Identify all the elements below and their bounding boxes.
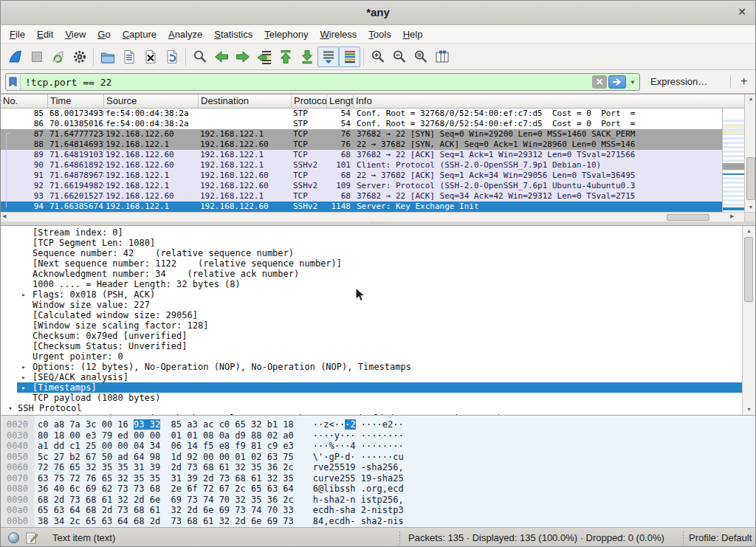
intelligent-scrollbar-minimap[interactable] <box>722 109 744 212</box>
column-header-no[interactable]: No. <box>1 94 48 108</box>
detail-line[interactable]: [Stream index: 0] <box>1 227 743 238</box>
detail-line[interactable]: 1000 .... = Header Length: 32 bytes (8) <box>1 279 743 289</box>
menu-go[interactable]: Go <box>92 27 116 42</box>
hex-row-00a0[interactable]: 00a065 63 64 68 2d 73 68 61 32 2d 6e 69 … <box>1 505 755 516</box>
filter-clear-button[interactable]: ✕ <box>592 75 607 89</box>
hex-row-0050[interactable]: 00505c 27 b2 67 50 ad 64 98 1d 92 00 00 … <box>1 452 755 463</box>
scroll-down-arrow-icon[interactable]: ▼ <box>745 203 756 212</box>
detail-line[interactable]: ▸Options: (12 bytes), No-Operation (NOP)… <box>1 362 743 372</box>
packet-row-88[interactable]: 8871.648146932192.168.122.1192.168.122.6… <box>1 140 722 150</box>
packet-row-90[interactable]: 9071.648618924192.168.122.60192.168.122.… <box>1 160 722 171</box>
packet-row-92[interactable]: 9271.661949820192.168.122.1192.168.122.6… <box>1 181 722 191</box>
resize-columns-button[interactable] <box>431 47 453 67</box>
column-header-protocol[interactable]: Protocol <box>292 94 327 108</box>
capture-options-button[interactable] <box>69 47 90 67</box>
zoom-in-button[interactable] <box>367 47 388 67</box>
close-button[interactable]: ✕ <box>738 6 746 18</box>
menu-telephony[interactable]: Telephony <box>258 27 314 42</box>
column-header-destination[interactable]: Destination <box>199 94 292 108</box>
close-capture-file-button[interactable] <box>140 47 161 67</box>
detail-line[interactable]: [Window size scaling factor: 128] <box>1 320 743 331</box>
column-header-info[interactable]: Info <box>354 94 755 108</box>
column-header-time[interactable]: Time <box>48 94 104 108</box>
expert-info-icon[interactable] <box>8 532 19 543</box>
column-header-source[interactable]: Source <box>104 94 199 108</box>
detail-line[interactable]: Urgent pointer: 0 <box>1 351 743 362</box>
auto-scroll-toggle-button[interactable] <box>317 47 339 67</box>
open-capture-file-button[interactable] <box>97 47 118 67</box>
column-header-length[interactable]: Length <box>327 94 354 108</box>
capture-comment-icon[interactable] <box>26 531 38 546</box>
hex-row-0070[interactable]: 007063 75 72 76 65 32 35 35 31 39 2d 73 … <box>1 473 755 484</box>
detail-line[interactable]: Sequence number: 42 (relative sequence n… <box>1 248 743 258</box>
detail-line[interactable]: [Next sequence number: 1122 (relative se… <box>1 258 743 269</box>
detail-line[interactable]: [Calculated window size: 29056] <box>1 310 743 320</box>
scroll-up-arrow-icon[interactable]: ▲ <box>745 94 756 103</box>
find-packet-button[interactable] <box>189 47 210 67</box>
save-capture-file-button[interactable] <box>118 47 140 67</box>
filter-dropdown-caret[interactable]: ▼ <box>628 79 638 86</box>
menu-analyze[interactable]: Analyze <box>162 27 208 42</box>
detail-line[interactable]: ▸[SEQ/ACK analysis] <box>1 372 743 382</box>
menu-file[interactable]: File <box>4 27 31 42</box>
packet-row-89[interactable]: 8971.648191037192.168.122.60192.168.122.… <box>1 150 722 160</box>
scrollbar-thumb[interactable] <box>746 157 755 200</box>
hex-row-0030[interactable]: 003080 18 00 e3 79 ed 00 00 01 01 08 0a … <box>1 430 755 441</box>
hex-row-0090[interactable]: 009068 2d 73 68 61 32 2d 6e 69 73 74 70 … <box>1 495 755 506</box>
scroll-right-arrow-icon[interactable]: ▶ <box>730 213 734 219</box>
stop-capture-button[interactable] <box>26 47 47 67</box>
detail-line[interactable]: Window size value: 227 <box>1 300 743 310</box>
menu-statistics[interactable]: Statistics <box>208 27 258 42</box>
scrollbar-thumb[interactable] <box>667 214 709 221</box>
go-to-last-packet-button[interactable] <box>296 47 317 67</box>
restart-capture-button[interactable] <box>47 47 69 67</box>
go-forward-button[interactable] <box>232 47 253 67</box>
packet-row-87[interactable]: 8771.647777234192.168.122.60192.168.122.… <box>1 129 722 140</box>
expression-button[interactable]: Expression… <box>650 76 707 87</box>
detail-line[interactable]: TCP payload (1080 bytes) <box>1 393 743 403</box>
add-filter-button[interactable]: + <box>740 75 747 88</box>
go-to-packet-button[interactable] <box>253 47 275 67</box>
scroll-down-arrow-icon[interactable]: ▼ <box>743 405 755 414</box>
detail-line[interactable]: [TCP Segment Len: 1080] <box>1 238 743 248</box>
go-to-first-packet-button[interactable] <box>275 47 296 67</box>
menu-tools[interactable]: Tools <box>362 27 396 42</box>
reload-capture-file-button[interactable] <box>161 47 182 67</box>
hex-row-00b0[interactable]: 00b038 34 2c 65 63 64 68 2d 73 68 61 32 … <box>1 516 755 527</box>
scroll-left-arrow-icon[interactable]: ◀ <box>2 213 6 219</box>
detail-vscrollbar[interactable]: ▲ ▼ <box>742 226 755 415</box>
packet-list-vscrollbar[interactable]: ▲ ▼ <box>744 94 756 212</box>
menu-capture[interactable]: Capture <box>117 27 162 42</box>
hex-row-0080[interactable]: 008036 40 6c 69 62 73 73 68 2e 6f 72 67 … <box>1 484 755 495</box>
detail-line[interactable]: Acknowledgment number: 34 (relative ack … <box>1 269 743 279</box>
detail-line[interactable]: Checksum: 0x79ed [unverified] <box>1 331 743 341</box>
hex-row-0020[interactable]: 0020c0 a8 7a 3c 00 16 93 32 85 a3 ac c0 … <box>1 419 755 430</box>
zoom-original-button[interactable] <box>410 47 431 67</box>
status-profile[interactable]: Profile: Default <box>689 532 752 543</box>
detail-line[interactable]: [Checksum Status: Unverified] <box>1 341 743 351</box>
detail-line[interactable]: ▸Flags: 0x018 (PSH, ACK) <box>1 289 743 300</box>
display-filter-field[interactable]: ✕ ▼ <box>5 73 640 91</box>
detail-line[interactable]: ▾SSH Protocol <box>1 403 743 413</box>
colorize-toggle-button[interactable] <box>339 47 360 67</box>
packet-row-91[interactable]: 9171.648789678192.168.122.1192.168.122.6… <box>1 171 722 181</box>
hex-row-0040[interactable]: 0040a1 dd c1 25 00 00 04 34 06 14 f5 e8 … <box>1 441 755 452</box>
menu-edit[interactable]: Edit <box>31 27 59 42</box>
filter-apply-button[interactable] <box>608 75 626 89</box>
hex-row-0060[interactable]: 006072 76 65 32 35 35 31 39 2d 73 68 61 … <box>1 462 755 473</box>
zoom-out-button[interactable] <box>388 47 410 67</box>
menu-wireless[interactable]: Wireless <box>315 27 363 42</box>
packet-row-94[interactable]: 9471.663856741192.168.122.1192.168.122.6… <box>1 202 722 212</box>
go-back-button[interactable] <box>210 47 232 67</box>
menu-view[interactable]: View <box>59 27 92 42</box>
menu-help[interactable]: Help <box>397 27 429 42</box>
scroll-up-arrow-icon[interactable]: ▲ <box>743 227 755 235</box>
packet-row-86[interactable]: 8670.013850163fe:54:00:d4:38:2aSTP54Conf… <box>1 119 722 129</box>
filter-input[interactable] <box>21 77 592 88</box>
filter-bookmark-icon[interactable] <box>6 74 21 90</box>
packet-row-93[interactable]: 9371.662015274192.168.122.60192.168.122.… <box>1 191 722 202</box>
detail-line[interactable]: ▸[Timestamps] <box>1 382 743 393</box>
scrollbar-thumb[interactable] <box>744 237 753 302</box>
packet-row-85[interactable]: 8568.001734936fe:54:00:d4:38:2aSTP54Conf… <box>1 109 722 119</box>
start-capture-button[interactable] <box>4 47 26 67</box>
